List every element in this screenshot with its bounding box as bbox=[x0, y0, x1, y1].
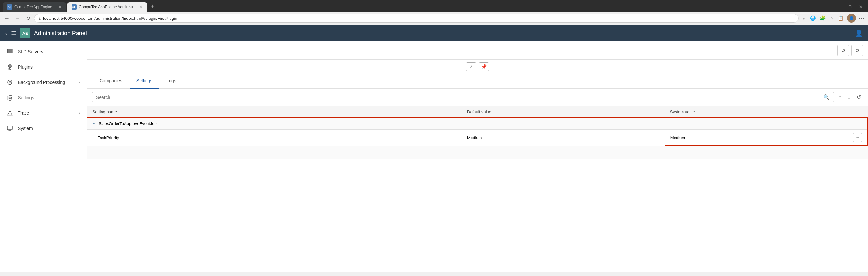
svg-point-7 bbox=[9, 114, 10, 115]
puzzle-icon bbox=[6, 64, 13, 71]
browser-menu-button[interactable]: ⋯ bbox=[857, 13, 865, 23]
header-user-button[interactable]: 👤 bbox=[855, 29, 863, 37]
address-bar-row: ← → ↻ ℹ localhost:54000/webcontent/admin… bbox=[0, 12, 868, 25]
refresh-right-button[interactable]: ↺ bbox=[851, 45, 863, 56]
data-name-cell: TaskPriority bbox=[87, 130, 462, 146]
favorites-icon-button[interactable]: ☆ bbox=[829, 14, 835, 22]
browser-chrome: AE CompuTec AppEngine ✕ AE CompuTec AppE… bbox=[0, 0, 868, 25]
app-logo: AE bbox=[20, 28, 30, 38]
splitter-pin-button[interactable]: 📌 bbox=[479, 62, 489, 71]
table-header-row: Setting name Default value System value bbox=[87, 106, 868, 118]
user-avatar[interactable]: 👤 bbox=[847, 14, 856, 23]
app-header: ‹ ☰ AE Administration Panel 👤 bbox=[0, 25, 868, 41]
splitter-bar: ∧ 📌 bbox=[87, 60, 868, 74]
lock-icon: ℹ bbox=[39, 16, 40, 21]
globe-icon-button[interactable]: 🌐 bbox=[809, 14, 817, 22]
address-bar[interactable]: ℹ localhost:54000/webcontent/administrat… bbox=[34, 14, 799, 23]
col-system-value: System value bbox=[665, 106, 868, 118]
sidebar-item-plugins[interactable]: Plugins bbox=[0, 59, 87, 75]
group-system-cell bbox=[665, 118, 868, 130]
svg-rect-8 bbox=[7, 126, 12, 130]
table-group-row: ∨ SalesOrderToApproveEventJob bbox=[87, 118, 868, 130]
close-browser-button[interactable]: ✕ bbox=[857, 3, 865, 10]
sidebar: SLD Servers Plugins Background Processin… bbox=[0, 41, 87, 272]
svg-point-5 bbox=[9, 82, 11, 83]
tab-1[interactable]: AE CompuTec AppEngine ✕ bbox=[3, 2, 66, 12]
data-system-cell: Medium ✏ bbox=[665, 130, 868, 146]
col-default-value: Default value bbox=[462, 106, 665, 118]
tab-companies[interactable]: Companies bbox=[93, 74, 129, 89]
data-name: TaskPriority bbox=[98, 135, 119, 140]
tab-1-title: CompuTec AppEngine bbox=[14, 5, 56, 9]
refresh-left-button[interactable]: ↺ bbox=[837, 45, 849, 56]
search-section: 🔍 ↑ ↓ ↺ bbox=[87, 89, 868, 106]
sidebar-item-label-settings: Settings bbox=[18, 95, 34, 100]
sidebar-item-label-bg: Background Processing bbox=[18, 80, 65, 85]
table-extra-row bbox=[87, 146, 868, 159]
data-system-value: Medium bbox=[671, 135, 685, 140]
app-body: SLD Servers Plugins Background Processin… bbox=[0, 41, 868, 272]
sort-desc-button[interactable]: ↓ bbox=[846, 93, 852, 102]
table-data-row: TaskPriority Medium Medium ✏ bbox=[87, 130, 868, 146]
minimize-button[interactable]: ─ bbox=[835, 3, 844, 10]
app-container: ‹ ☰ AE Administration Panel 👤 SLD Server… bbox=[0, 25, 868, 272]
main-toolbar: ↺ ↺ bbox=[87, 41, 868, 60]
star-icon-button[interactable]: ☆ bbox=[801, 14, 807, 22]
tab-bar: AE CompuTec AppEngine ✕ AE CompuTec AppE… bbox=[0, 0, 868, 12]
group-name-cell: ∨ SalesOrderToApproveEventJob bbox=[87, 118, 462, 130]
sidebar-item-settings[interactable]: Settings bbox=[0, 90, 87, 105]
app-title: Administration Panel bbox=[34, 30, 87, 37]
sidebar-item-sld-servers[interactable]: SLD Servers bbox=[0, 44, 87, 59]
group-name: SalesOrderToApproveEventJob bbox=[99, 121, 157, 126]
settings-table: Setting name Default value System value … bbox=[87, 106, 868, 159]
tab-1-close[interactable]: ✕ bbox=[58, 4, 62, 9]
svg-point-3 bbox=[11, 52, 12, 52]
nav-forward-button[interactable]: → bbox=[13, 14, 22, 22]
bg-chevron-icon: › bbox=[79, 80, 80, 84]
gear-circle-icon bbox=[6, 79, 13, 86]
extensions-icon-button[interactable]: 🧩 bbox=[818, 14, 827, 22]
nav-reload-button[interactable]: ↻ bbox=[24, 14, 32, 23]
server-icon bbox=[6, 48, 13, 55]
table-refresh-button[interactable]: ↺ bbox=[855, 93, 863, 101]
col-setting-name: Setting name bbox=[87, 106, 462, 118]
system-icon bbox=[6, 125, 13, 132]
new-tab-button[interactable]: + bbox=[148, 2, 158, 11]
tab-settings[interactable]: Settings bbox=[130, 74, 159, 89]
tab-2[interactable]: AE CompuTec AppEngine Administr... ✕ bbox=[67, 2, 147, 12]
group-expand-icon[interactable]: ∨ bbox=[93, 122, 95, 126]
group-default-cell bbox=[462, 118, 665, 130]
search-icon: 🔍 bbox=[823, 94, 830, 100]
sidebar-item-label-trace: Trace bbox=[18, 110, 29, 115]
sidebar-item-label-system: System bbox=[18, 126, 33, 131]
nav-back-button[interactable]: ← bbox=[3, 14, 11, 22]
tab-2-title: CompuTec AppEngine Administr... bbox=[79, 5, 136, 9]
browser-actions: ☆ 🌐 🧩 ☆ 📋 👤 ⋯ bbox=[801, 13, 865, 23]
maximize-button[interactable]: □ bbox=[846, 3, 854, 10]
sidebar-item-label-plugins: Plugins bbox=[18, 64, 33, 70]
nav-tabs-strip: Companies Settings Logs bbox=[87, 74, 868, 89]
collection-icon-button[interactable]: 📋 bbox=[836, 14, 845, 22]
header-menu-button[interactable]: ☰ bbox=[11, 30, 16, 37]
tab-1-favicon: AE bbox=[7, 4, 12, 9]
tab-logs[interactable]: Logs bbox=[160, 74, 182, 89]
sidebar-item-trace[interactable]: Trace › bbox=[0, 105, 87, 120]
search-input-wrap[interactable]: 🔍 bbox=[92, 92, 834, 102]
splitter-up-button[interactable]: ∧ bbox=[466, 62, 476, 71]
warning-icon bbox=[6, 109, 13, 116]
main-content: ↺ ↺ ∧ 📌 Companies Settings Logs bbox=[87, 41, 868, 272]
search-input[interactable] bbox=[96, 95, 821, 100]
sidebar-item-label-sld: SLD Servers bbox=[18, 49, 43, 54]
settings-icon bbox=[6, 94, 13, 101]
data-default-value: Medium bbox=[467, 135, 482, 140]
trace-chevron-icon: › bbox=[79, 111, 80, 115]
data-default-cell: Medium bbox=[462, 130, 665, 146]
header-back-button[interactable]: ‹ bbox=[5, 30, 7, 37]
edit-button[interactable]: ✏ bbox=[853, 133, 862, 142]
sort-asc-button[interactable]: ↑ bbox=[836, 93, 843, 102]
svg-point-2 bbox=[11, 50, 12, 50]
sidebar-item-system[interactable]: System bbox=[0, 120, 87, 136]
content-area: 🔍 ↑ ↓ ↺ Setting name Default value Syste… bbox=[87, 89, 868, 272]
sidebar-item-background-processing[interactable]: Background Processing › bbox=[0, 75, 87, 90]
tab-2-close[interactable]: ✕ bbox=[139, 4, 143, 9]
